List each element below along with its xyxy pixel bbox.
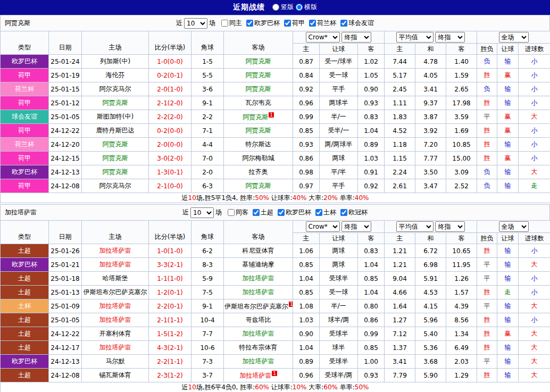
match-score[interactable]: 1-2(0-1) xyxy=(149,286,191,299)
subcol-hcp-result: 让球 xyxy=(497,233,519,244)
europe-avg-select[interactable]: 平均值 xyxy=(396,221,434,232)
odds-final-select[interactable]: 终指 xyxy=(341,32,371,43)
home-team[interactable]: 加拉塔萨雷 xyxy=(82,244,149,258)
filter-checkbox-input[interactable] xyxy=(315,209,322,216)
away-team[interactable]: 加拉塔萨雷1 xyxy=(224,369,293,382)
match-score[interactable]: 2-2(2-0) xyxy=(149,110,191,124)
away-team[interactable]: 阿贾克斯1 xyxy=(224,110,293,124)
filter-checkbox-input[interactable] xyxy=(340,209,347,216)
away-team[interactable]: 哥兹塔比 xyxy=(224,313,293,327)
away-team[interactable]: 阿贾克斯 xyxy=(224,124,293,138)
filter-checkbox-input[interactable] xyxy=(340,20,347,27)
home-team[interactable]: 海伦芬 xyxy=(82,69,149,82)
recent-count-select[interactable]: 10 xyxy=(190,207,214,218)
home-team[interactable]: 伊斯坦布尔巴萨克塞尔 xyxy=(82,286,149,299)
layout-radio-horizontal[interactable]: 横版 xyxy=(296,3,317,12)
away-team[interactable]: 科尼亚体育 xyxy=(224,244,293,258)
home-team[interactable]: 马尔默 xyxy=(82,355,149,369)
match-score[interactable]: 1-3(0-1) xyxy=(149,165,191,179)
filter-checkbox[interactable]: 球会友谊 xyxy=(340,19,374,28)
home-team[interactable]: 斯图加特(中) xyxy=(82,110,149,124)
filter-checkbox[interactable]: 土杯 xyxy=(315,208,336,217)
filter-checkbox-input[interactable] xyxy=(221,20,228,27)
away-team[interactable]: 阿贾克斯 xyxy=(224,55,293,69)
home-team[interactable]: 阿贾克斯 xyxy=(82,152,149,165)
asia-home-odds: 0.98 xyxy=(293,165,320,179)
home-team[interactable]: 锡瓦斯体育 xyxy=(82,369,149,382)
filter-checkbox[interactable]: 同客 xyxy=(228,208,248,217)
away-team[interactable]: 阿贾克斯 xyxy=(224,69,293,82)
away-team[interactable]: 拉齐奥 xyxy=(224,165,293,179)
home-team[interactable]: 阿贾克斯 xyxy=(82,96,149,110)
match-score[interactable]: 0-2(0-1) xyxy=(149,69,191,82)
filter-checkbox[interactable]: 欧冠杯 xyxy=(340,208,368,217)
away-team[interactable]: 基辅迪纳摩 xyxy=(224,258,293,272)
away-team[interactable]: 阿贾克斯 xyxy=(224,82,293,96)
away-team[interactable]: 瓦尔韦克 xyxy=(224,96,293,110)
away-team[interactable]: 伊斯坦布尔巴萨克塞尔1 xyxy=(224,299,293,313)
away-team[interactable]: 阿尔梅勒城 xyxy=(224,152,293,165)
match-score[interactable]: 4-3(2-1) xyxy=(149,341,191,355)
home-team[interactable]: 阿贾克斯 xyxy=(82,165,149,179)
recent-count-select[interactable]: 10 xyxy=(184,18,207,29)
away-team[interactable]: 阿贾克斯 xyxy=(224,179,293,193)
filter-checkbox[interactable]: 荷甲 xyxy=(284,19,305,28)
odds-final-select[interactable]: 终指 xyxy=(341,221,371,232)
match-score[interactable]: 2-1(1-1) xyxy=(149,313,191,327)
filter-checkbox-input[interactable] xyxy=(228,209,235,216)
europe-final-select[interactable]: 终指 xyxy=(435,32,465,43)
filter-checkbox-input[interactable] xyxy=(309,20,316,27)
europe-away-odds: 15.00 xyxy=(446,152,477,165)
match-score[interactable]: 1-0(0-0) xyxy=(149,55,191,69)
filter-checkbox-input[interactable] xyxy=(253,209,260,216)
match-score[interactable]: 2-0(1-0) xyxy=(149,82,191,96)
odds-company-select[interactable]: Crow* xyxy=(306,32,340,43)
odds-company-select[interactable]: Crow* xyxy=(306,221,340,232)
layout-radio-vertical[interactable]: 竖版 xyxy=(272,3,294,12)
match-score[interactable]: 2-3(1-2) xyxy=(149,369,191,382)
home-team[interactable]: 列加斯(中) xyxy=(82,55,149,69)
home-team[interactable]: 阿尔克马尔 xyxy=(82,82,149,96)
filter-checkbox[interactable]: 同主 xyxy=(221,19,242,28)
corner-count: 7-0 xyxy=(191,152,224,165)
match-score[interactable]: 2-0(0-0) xyxy=(149,138,191,152)
home-team[interactable]: 阿贾克斯 xyxy=(82,138,149,152)
home-team[interactable]: 加拉塔萨雷 xyxy=(82,299,149,313)
filter-checkbox-input[interactable] xyxy=(246,20,253,27)
away-team[interactable]: 加拉塔萨雷 xyxy=(224,272,293,286)
away-team[interactable]: 加拉塔萨雷 xyxy=(224,286,293,299)
scope-select[interactable]: 全场 xyxy=(499,221,529,232)
match-score[interactable]: 1-1(1-0) xyxy=(149,272,191,286)
match-score[interactable]: 2-1(0-0) xyxy=(149,179,191,193)
match-score[interactable]: 2-1(2-0) xyxy=(149,96,191,110)
filter-checkbox[interactable]: 土超 xyxy=(253,208,273,217)
layout-radio-vertical-input[interactable] xyxy=(272,4,279,11)
match-score[interactable]: 3-3(2-1) xyxy=(149,258,191,272)
home-team[interactable]: 加拉塔萨雷 xyxy=(82,313,149,327)
away-team[interactable]: 加拉塔萨雷 xyxy=(224,327,293,341)
match-score[interactable]: 2-2(0-1) xyxy=(149,299,191,313)
away-team[interactable]: 特尔斯达 xyxy=(224,138,293,152)
filter-checkbox[interactable]: 荷兰杯 xyxy=(309,19,336,28)
match-score[interactable]: 0-2(0-0) xyxy=(149,124,191,138)
filter-checkbox[interactable]: 欧罗巴杯 xyxy=(246,19,280,28)
home-team[interactable]: 加拉塔萨雷 xyxy=(82,258,149,272)
europe-final-select[interactable]: 终指 xyxy=(435,221,465,232)
filter-checkbox[interactable]: 欧罗巴杯 xyxy=(278,208,311,217)
match-score[interactable]: 2-2(1-1) xyxy=(149,355,191,369)
match-score[interactable]: 3-0(2-0) xyxy=(149,152,191,165)
home-team[interactable]: 哈塔斯堡 xyxy=(82,272,149,286)
away-team[interactable]: 加拉塔萨雷 xyxy=(224,355,293,369)
europe-avg-select[interactable]: 平均值 xyxy=(396,32,434,43)
match-score[interactable]: 1-0(1-0) xyxy=(149,244,191,258)
home-team[interactable]: 鹿特丹斯巴达 xyxy=(82,124,149,138)
filter-checkbox-input[interactable] xyxy=(284,20,291,27)
away-team[interactable]: 特拉布宗体育 xyxy=(224,341,293,355)
layout-radio-horizontal-input[interactable] xyxy=(296,4,303,11)
home-team[interactable]: 开塞利体育 xyxy=(82,327,149,341)
filter-checkbox-input[interactable] xyxy=(278,209,285,216)
scope-select[interactable]: 全场 xyxy=(499,32,529,43)
match-score[interactable]: 1-5(1-2) xyxy=(149,327,191,341)
home-team[interactable]: 加拉塔萨雷 xyxy=(82,341,149,355)
home-team[interactable]: 阿尔克马尔 xyxy=(82,179,149,193)
